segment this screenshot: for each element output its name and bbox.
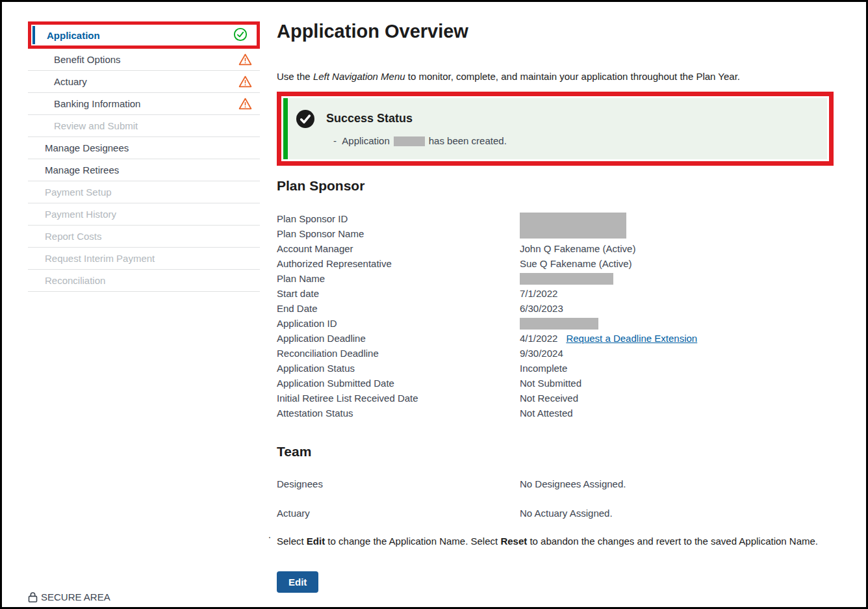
plan-sponsor-heading: Plan Sponsor	[277, 178, 834, 194]
field-row-plan-sponsor-id: Plan Sponsor ID	[277, 211, 834, 226]
edit-reset-note: Select Edit to change the Application Na…	[277, 536, 834, 547]
edit-button[interactable]: Edit	[277, 571, 318, 593]
sidebar: Benefit Options Actuary Banking Informat…	[28, 49, 260, 292]
sidebar-item-payment-history: Payment History	[28, 203, 260, 226]
success-alert-message: - Applicationhas been created.	[333, 135, 814, 147]
plan-sponsor-fields: Plan Sponsor ID Plan Sponsor Name Accoun…	[277, 211, 834, 421]
sidebar-item-request-interim-payment: Request Interim Payment	[28, 248, 260, 270]
success-alert-title: Success Status	[326, 112, 413, 125]
sidebar-item-banking-information[interactable]: Banking Information	[28, 93, 260, 115]
sidebar-item-label: Reconciliation	[45, 275, 105, 286]
intro-text: Use the Left Navigation Menu to monitor,…	[277, 71, 834, 82]
warning-icon	[238, 75, 252, 88]
sidebar-item-label: Actuary	[54, 76, 87, 87]
field-row-application-submitted-date: Application Submitted Date Not Submitted	[277, 376, 834, 391]
field-row-reconciliation-deadline: Reconciliation Deadline 9/30/2024	[277, 346, 834, 361]
field-row-initial-retiree-list-received-date: Initial Retiree List Received Date Not R…	[277, 391, 834, 406]
sidebar-item-label: Payment History	[45, 209, 116, 220]
sidebar-item-manage-retirees[interactable]: Manage Retirees	[28, 159, 260, 181]
success-check-icon	[296, 109, 315, 129]
sidebar-item-label: Benefit Options	[54, 54, 121, 65]
field-row-application-status: Application Status Incomplete	[277, 361, 834, 376]
secure-area-label: SECURE AREA	[41, 591, 110, 603]
warning-icon	[238, 97, 252, 110]
redacted-application-name	[394, 136, 425, 146]
check-circle-icon	[233, 27, 248, 44]
redacted-plan-name	[520, 273, 613, 285]
stray-dot: .	[268, 530, 271, 540]
team-row-actuary: Actuary No Actuary Assigned.	[277, 508, 834, 519]
sidebar-item-label: Review and Submit	[54, 120, 138, 131]
sidebar-item-label: Report Costs	[45, 231, 102, 242]
team-row-designees: Designees No Designees Assigned.	[277, 478, 834, 489]
sidebar-item-benefit-options[interactable]: Benefit Options	[28, 49, 260, 71]
sidebar-item-label: Banking Information	[54, 98, 140, 109]
sidebar-item-report-costs: Report Costs	[28, 226, 260, 248]
sidebar-item-label: Application	[47, 30, 100, 41]
sidebar-item-label: Request Interim Payment	[45, 253, 155, 264]
secure-area-footer: SECURE AREA	[28, 591, 110, 603]
main-content: Application Overview Use the Left Naviga…	[277, 21, 834, 593]
sidebar-item-actuary[interactable]: Actuary	[28, 71, 260, 93]
field-row-application-deadline: Application Deadline 4/1/2022Request a D…	[277, 331, 834, 346]
sidebar-item-manage-designees[interactable]: Manage Designees	[28, 137, 260, 159]
sidebar-item-reconciliation: Reconciliation	[28, 270, 260, 292]
sidebar-item-review-and-submit: Review and Submit	[28, 115, 260, 137]
page-title: Application Overview	[277, 21, 834, 42]
application-overview-page: Application Benefit Options Actuary Bank…	[0, 0, 868, 609]
team-heading: Team	[277, 444, 834, 460]
lock-icon	[28, 591, 38, 603]
sidebar-item-label: Payment Setup	[45, 187, 112, 198]
field-row-plan-name: Plan Name	[277, 271, 834, 286]
warning-icon	[238, 53, 252, 66]
sidebar-item-application[interactable]: Application	[32, 26, 255, 44]
field-row-application-id: Application ID	[277, 316, 834, 331]
request-deadline-extension-link[interactable]: Request a Deadline Extension	[566, 333, 697, 344]
field-row-attestation-status: Attestation Status Not Attested	[277, 406, 834, 421]
sidebar-item-payment-setup: Payment Setup	[28, 181, 260, 203]
field-row-authorized-representative: Authorized Representative Sue Q Fakename…	[277, 256, 834, 271]
sidebar-item-label: Manage Designees	[45, 142, 129, 153]
redacted-application-id	[520, 318, 598, 330]
success-alert: Success Status - Applicationhas been cre…	[283, 98, 827, 160]
redacted-plan-sponsor-id-name	[520, 213, 626, 239]
field-row-start-date: Start date 7/1/2022	[277, 286, 834, 301]
field-row-end-date: End Date 6/30/2023	[277, 301, 834, 316]
annotation-box-application: Application	[28, 21, 260, 49]
annotation-box-success-status: Success Status - Applicationhas been cre…	[277, 92, 834, 166]
sidebar-item-label: Manage Retirees	[45, 164, 119, 175]
intro-italic: Left Navigation Menu	[313, 71, 405, 82]
field-row-account-manager: Account Manager John Q Fakename (Active)	[277, 241, 834, 256]
